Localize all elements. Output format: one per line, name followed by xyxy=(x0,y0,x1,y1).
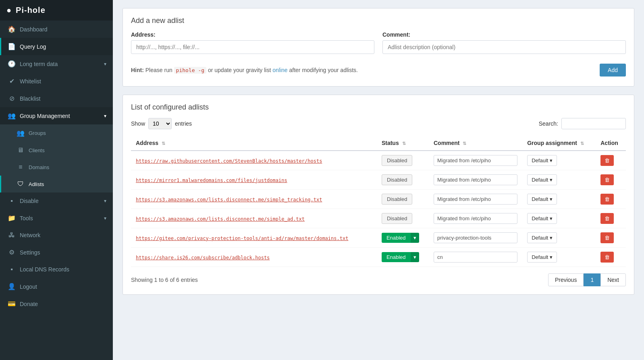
comment-field[interactable] xyxy=(434,252,517,263)
add-button[interactable]: Add xyxy=(600,64,626,77)
group-select-button[interactable]: Default ▾ xyxy=(527,174,557,185)
search-input[interactable] xyxy=(561,118,626,129)
delete-button[interactable]: 🗑 xyxy=(600,174,614,185)
show-entries: Show 10 25 50 100 entries xyxy=(131,118,192,129)
sidebar-item-whitelist[interactable]: ✔ Whitelist xyxy=(0,72,113,90)
address-link[interactable]: https://mirror1.malwaredomains.com/files… xyxy=(136,178,287,183)
add-adlist-body: Add a new adlist Address: Comment: Hint: xyxy=(123,8,634,86)
group-management-submenu: 👥 Groups 🖥 Clients ≡ Domains 🛡 Adlists xyxy=(0,124,113,192)
enabled-button[interactable]: Enabled xyxy=(382,233,411,243)
hint-link[interactable]: online xyxy=(272,67,287,73)
comment-input[interactable] xyxy=(382,40,626,54)
table-controls: Show 10 25 50 100 entries Search: xyxy=(131,118,626,129)
address-link[interactable]: https://raw.githubusercontent.com/Steven… xyxy=(136,158,322,164)
delete-button[interactable]: 🗑 xyxy=(600,252,614,263)
table-row: https://raw.githubusercontent.com/Steven… xyxy=(131,151,626,170)
sidebar-label-query-log: Query Log xyxy=(20,43,46,50)
delete-button[interactable]: 🗑 xyxy=(600,155,614,166)
group-cell: Default ▾ xyxy=(522,170,596,190)
address-input[interactable] xyxy=(131,40,374,54)
group-cell: Default ▾ xyxy=(522,209,596,228)
sidebar-item-group-management[interactable]: 👥 Group Management ▾ xyxy=(0,107,113,124)
sidebar-item-donate[interactable]: 💳 Donate xyxy=(0,295,113,312)
donate-icon: 💳 xyxy=(8,300,16,308)
form-row-main: Address: Comment: xyxy=(131,31,626,54)
enabled-button[interactable]: Enabled xyxy=(382,252,411,262)
next-button[interactable]: Next xyxy=(600,273,626,286)
group-dropdown: Default ▾ xyxy=(527,155,591,166)
sidebar-label-blacklist: Blacklist xyxy=(20,95,40,102)
entries-select[interactable]: 10 25 50 100 xyxy=(148,118,172,129)
adlists-table: Address ⇅ Status ⇅ Comment ⇅ xyxy=(131,136,626,267)
group-select-button[interactable]: Default ▾ xyxy=(527,252,557,263)
sidebar-item-network[interactable]: 🖧 Network xyxy=(0,227,113,244)
comment-cell xyxy=(429,209,522,228)
page-1-button[interactable]: 1 xyxy=(584,273,600,286)
table-row: https://mirror1.malwaredomains.com/files… xyxy=(131,170,626,190)
sidebar-item-logout[interactable]: 👤 Logout xyxy=(0,278,113,295)
group-cell: Default ▾ xyxy=(522,190,596,209)
sidebar-item-clients[interactable]: 🖥 Clients xyxy=(0,142,113,159)
col-group[interactable]: Group assignment ⇅ xyxy=(522,136,596,151)
list-title: List of configured adlists xyxy=(131,103,626,112)
sidebar: ● Pi-hole 🏠 Dashboard 📄 Query Log 🕐 Long… xyxy=(0,0,113,360)
sidebar-item-domains[interactable]: ≡ Domains xyxy=(0,159,113,176)
disabled-button[interactable]: Disabled xyxy=(382,194,413,205)
disabled-button[interactable]: Disabled xyxy=(382,213,413,224)
sidebar-label-logout: Logout xyxy=(20,283,37,290)
group-select-button[interactable]: Default ▾ xyxy=(527,155,557,166)
sidebar-label-network: Network xyxy=(20,232,40,238)
enabled-caret-button[interactable]: ▾ xyxy=(411,233,419,243)
enabled-caret-button[interactable]: ▾ xyxy=(411,252,419,262)
col-comment[interactable]: Comment ⇅ xyxy=(429,136,522,151)
square-icon: ▪ xyxy=(8,197,16,205)
sidebar-item-blacklist[interactable]: ⊘ Blacklist xyxy=(0,90,113,107)
page-title: Add a new adlist xyxy=(131,17,626,25)
sidebar-item-query-log[interactable]: 📄 Query Log xyxy=(0,38,113,55)
comment-field[interactable] xyxy=(434,232,517,243)
delete-button[interactable]: 🗑 xyxy=(600,232,614,243)
hint-suffix: after modifying your adlists. xyxy=(289,67,358,73)
address-link[interactable]: https://s3.amazonaws.com/lists.disconnec… xyxy=(136,216,305,222)
status-cell: Disabled xyxy=(377,209,429,228)
sidebar-item-tools[interactable]: 📁 Tools ▾ xyxy=(0,209,113,227)
action-cell: 🗑 xyxy=(596,209,626,228)
sidebar-item-long-term-data[interactable]: 🕐 Long term data ▾ xyxy=(0,55,113,72)
gear-icon: ⚙ xyxy=(8,248,16,256)
sidebar-item-adlists[interactable]: 🛡 Adlists xyxy=(0,176,113,192)
delete-button[interactable]: 🗑 xyxy=(600,213,614,224)
group-select-button[interactable]: Default ▾ xyxy=(527,232,557,243)
address-group: Address: xyxy=(131,31,374,54)
sidebar-item-disable[interactable]: ▪ Disable ▾ xyxy=(0,192,113,209)
check-icon: ✔ xyxy=(8,77,16,85)
group-dropdown: Default ▾ xyxy=(527,252,591,263)
col-address[interactable]: Address ⇅ xyxy=(131,136,377,151)
sidebar-item-dashboard[interactable]: 🏠 Dashboard xyxy=(0,21,113,38)
enabled-button-group: Enabled▾ xyxy=(382,233,424,243)
sidebar-item-local-dns[interactable]: ▪ Local DNS Records xyxy=(0,261,113,278)
disabled-button[interactable]: Disabled xyxy=(382,155,413,166)
action-cell: 🗑 xyxy=(596,151,626,170)
comment-field[interactable] xyxy=(434,213,517,224)
delete-button[interactable]: 🗑 xyxy=(600,194,614,205)
table-row: https://gitee.com/privacy-protection-too… xyxy=(131,228,626,248)
disabled-button[interactable]: Disabled xyxy=(382,174,413,185)
group-select-button[interactable]: Default ▾ xyxy=(527,194,557,205)
comment-field[interactable] xyxy=(434,194,517,205)
col-status[interactable]: Status ⇅ xyxy=(377,136,429,151)
address-link[interactable]: https://s3.amazonaws.com/lists.disconnec… xyxy=(136,197,322,203)
search-box: Search: xyxy=(539,118,626,129)
status-cell: Enabled▾ xyxy=(377,248,429,267)
comment-field[interactable] xyxy=(434,155,517,166)
sidebar-item-groups[interactable]: 👥 Groups xyxy=(0,124,113,142)
pagination-buttons: Previous 1 Next xyxy=(548,273,626,286)
hint-middle: or update your gravity list xyxy=(208,67,272,73)
address-link[interactable]: https://share.is26.com/subscribe/adblock… xyxy=(136,255,270,261)
prev-button[interactable]: Previous xyxy=(548,273,584,286)
group-select-button[interactable]: Default ▾ xyxy=(527,213,557,224)
comment-cell xyxy=(429,248,522,267)
address-link[interactable]: https://gitee.com/privacy-protection-too… xyxy=(136,236,348,241)
adlists-list-body: List of configured adlists Show 10 25 50… xyxy=(123,95,634,294)
sidebar-item-settings[interactable]: ⚙ Settings xyxy=(0,244,113,261)
comment-field[interactable] xyxy=(434,174,517,185)
